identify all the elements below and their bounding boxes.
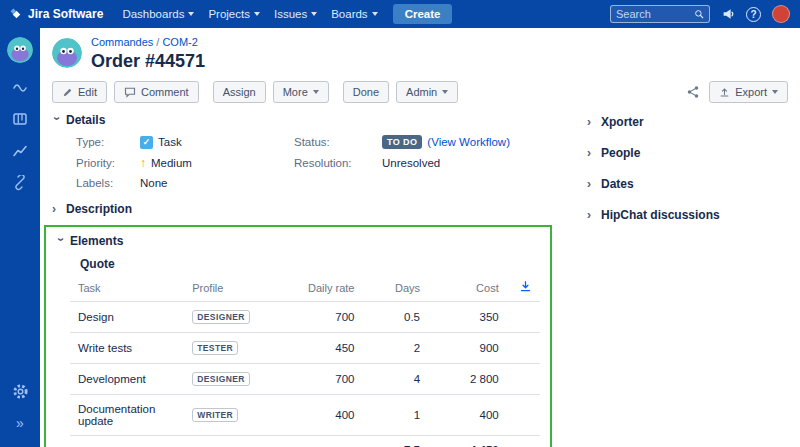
panel-hipchat-label: HipChat discussions [601,208,720,222]
export-button[interactable]: Export [709,81,788,103]
details-heading-label: Details [66,113,105,127]
menu-boards[interactable]: Boards [324,8,384,20]
profile-badge: TESTER [192,341,238,355]
assign-button[interactable]: Assign [213,81,266,103]
priority-value: Medium [151,157,192,169]
done-button-label: Done [353,86,379,98]
cell-task: Design [70,302,184,333]
admin-button-label: Admin [406,86,437,98]
field-status: Status: TO DO (View Workflow) [294,135,557,149]
chevron-down-icon [311,12,317,16]
total-days: 7.5 [363,436,429,447]
search-icon[interactable] [694,8,704,20]
edit-button[interactable]: Edit [52,81,107,103]
cell-days: 2 [363,333,429,364]
labels-value: None [140,177,168,189]
admin-button[interactable]: Admin [396,81,458,103]
assign-button-label: Assign [223,86,256,98]
comment-button-label: Comment [141,86,189,98]
create-button[interactable]: Create [393,4,453,24]
panel-people[interactable]: › People [587,146,788,160]
search-input[interactable] [616,8,690,20]
breadcrumb-separator: / [156,36,159,48]
total-cost: 4 450 [428,436,507,447]
export-icon [719,87,730,98]
cell-daily-rate: 700 [284,302,363,333]
project-avatar-icon [7,37,33,63]
status-badge: TO DO [382,135,422,149]
quote-table: Task Profile Daily rate Days Cost [70,275,540,447]
cell-cost: 2 800 [428,364,507,395]
panel-xporter-label: Xporter [601,115,644,129]
quote-table-header-row: Task Profile Daily rate Days Cost [70,275,540,302]
chevron-expanded-icon: › [55,238,67,247]
cell-days: 4 [363,364,429,395]
more-button[interactable]: More [273,81,329,103]
details-module-heading[interactable]: › Details [52,113,557,127]
share-button[interactable] [684,83,702,101]
export-button-label: Export [735,86,767,98]
shortcut-link-icon[interactable] [6,171,34,195]
help-icon[interactable]: ? [746,7,761,22]
menu-dashboards[interactable]: Dashboards [115,8,201,20]
jira-logo-icon [10,8,23,21]
menu-dashboards-label: Dashboards [122,8,184,20]
project-avatar[interactable] [7,37,33,63]
status-label: Status: [294,136,382,148]
pencil-icon [62,87,73,98]
panel-xporter[interactable]: › Xporter [587,115,788,129]
quote-title: Quote [80,257,540,271]
description-module-heading[interactable]: › Description [52,202,557,216]
edit-button-label: Edit [78,86,97,98]
cell-daily-rate: 400 [284,395,363,436]
menu-boards-label: Boards [331,8,367,20]
issue-side-column: › Xporter › People › Dates › HipChat dis… [557,113,788,447]
cell-cost: 900 [428,333,507,364]
cell-daily-rate: 450 [284,333,363,364]
type-label: Type: [76,136,140,148]
profile-badge: DESIGNER [192,372,250,386]
table-row: Design DESIGNER 700 0.5 350 [70,302,540,333]
jira-logo-text: Jira Software [28,7,103,21]
panel-hipchat[interactable]: › HipChat discussions [587,208,788,222]
chevron-collapsed-icon: › [587,178,596,190]
col-header-profile: Profile [192,282,223,294]
reports-icon[interactable] [6,139,34,163]
col-header-days: Days [395,282,420,294]
done-transition-button[interactable]: Done [343,81,389,103]
page-title: Order #44571 [91,51,205,72]
active-sprints-board-icon[interactable] [6,107,34,131]
table-row: Documentation update WRITER 400 1 400 [70,395,540,436]
issue-type-avatar [52,38,82,68]
details-fields: Type: ✓ Task Status: TO DO (View Workflo… [76,135,557,189]
priority-medium-icon: ↑ [140,156,146,170]
field-priority: Priority: ↑ Medium [76,156,294,170]
profile-badge: DESIGNER [192,310,250,324]
field-resolution: Resolution: Unresolved [294,156,557,170]
panel-dates[interactable]: › Dates [587,177,788,191]
expand-sidebar-icon[interactable]: » [6,411,34,435]
chevron-down-icon [372,12,378,16]
elements-module-heading[interactable]: › Elements [56,234,540,248]
view-workflow-link[interactable]: (View Workflow) [427,136,510,148]
breadcrumb-issue-link[interactable]: COM-2 [162,36,197,48]
settings-gear-icon[interactable] [6,379,34,403]
menu-issues[interactable]: Issues [267,8,324,20]
comment-button[interactable]: Comment [114,81,199,103]
chevron-down-icon [254,12,260,16]
cell-task: Write tests [70,333,184,364]
download-icon[interactable] [519,283,532,295]
panel-dates-label: Dates [601,177,634,191]
cell-task: Documentation update [70,395,184,436]
search-box [610,5,710,23]
project-sidebar: » [0,28,40,447]
backlog-icon[interactable] [6,75,34,99]
cell-cost: 350 [428,302,507,333]
jira-logo[interactable]: Jira Software [10,7,103,21]
menu-projects[interactable]: Projects [201,8,267,20]
feedback-icon[interactable] [721,7,735,21]
breadcrumb-project-link[interactable]: Commandes [91,36,153,48]
profile-badge: WRITER [192,408,238,422]
user-avatar[interactable] [772,5,790,23]
breadcrumb: Commandes/COM-2 [91,36,205,48]
